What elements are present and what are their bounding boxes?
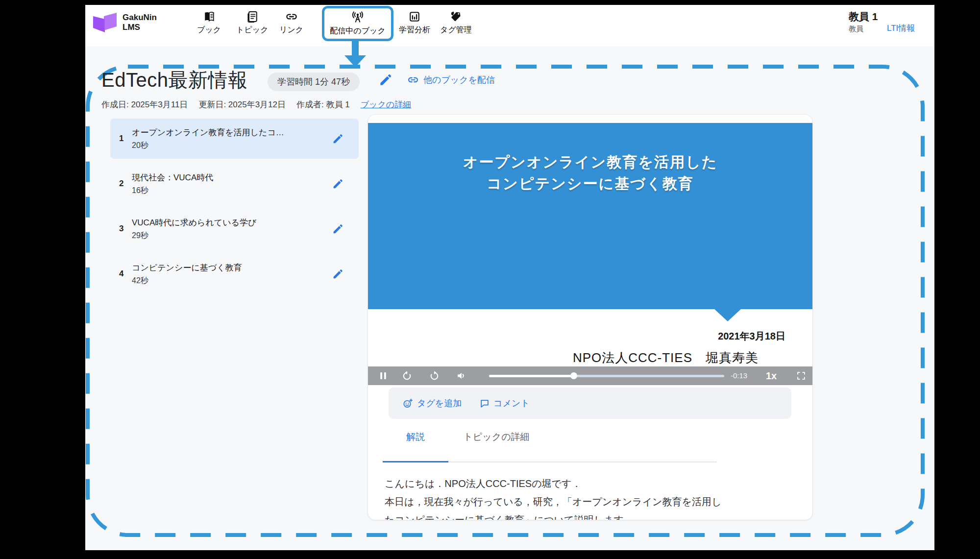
- progress-fill: [489, 375, 574, 377]
- topic-row-3[interactable]: 3 VUCA時代に求められている学び 29秒: [110, 209, 359, 249]
- pencil-icon: [378, 73, 393, 87]
- topic-number: 2: [119, 179, 132, 189]
- player-controls-bar: -0:13 1x: [368, 366, 812, 385]
- transcript-line: こんにちは．NPO法人CCC-TIESの堀です．: [385, 475, 731, 493]
- topic-title: VUCA時代に求められている学び: [132, 217, 256, 228]
- topic-row-4[interactable]: 4 コンピテンシーに基づく教育 42秒: [110, 254, 359, 294]
- rotate-right-icon: [429, 370, 440, 382]
- slide-credit: NPO法人CCC-TIES 堀真寿美: [573, 349, 759, 366]
- topic-row-1[interactable]: 1 オープンオンライン教育を活用したコ… 20秒: [110, 119, 359, 159]
- user-role: 教員: [849, 24, 878, 34]
- detail-tabs: 解説 トピックの詳細: [383, 428, 717, 462]
- nav-label: リンク: [279, 25, 303, 35]
- created-date: 作成日: 2025年3月11日: [101, 99, 188, 110]
- nav-item-analytics[interactable]: 学習分析: [399, 10, 430, 35]
- app-window: GakuNin LMS ブック トピック リンク 配信中のブック 学習分析 タグ…: [85, 5, 934, 550]
- user-name: 教員 1: [849, 10, 878, 24]
- nav-item-books[interactable]: ブック: [197, 10, 221, 35]
- progress-knob[interactable]: [570, 372, 577, 379]
- lti-info-link[interactable]: LTI情報: [887, 23, 915, 34]
- rewind-button[interactable]: [398, 366, 415, 385]
- updated-date: 更新日: 2025年3月12日: [198, 99, 286, 110]
- author: 作成者: 教員 1: [296, 99, 350, 110]
- topic-duration: 16秒: [132, 186, 213, 196]
- nav-item-tag-management[interactable]: タグ管理: [440, 10, 472, 35]
- tag-comment-bar: タグを追加 コメント: [389, 388, 791, 419]
- smiley-plus-icon: [402, 398, 414, 409]
- comment-button[interactable]: コメント: [479, 397, 530, 409]
- nav-label: タグ管理: [440, 25, 472, 35]
- fullscreen-button[interactable]: [792, 366, 810, 385]
- slide-notch: [714, 309, 741, 321]
- topic-number: 1: [119, 134, 132, 144]
- topic-number: 3: [119, 224, 132, 234]
- distribute-label: 他のブックを配信: [423, 74, 495, 86]
- topic-duration: 29秒: [132, 231, 256, 241]
- nav-label: トピック: [236, 25, 269, 35]
- pause-button[interactable]: [375, 366, 392, 385]
- speaker-icon: [456, 370, 467, 382]
- book-details-link[interactable]: ブックの詳細: [361, 99, 412, 110]
- nav-label: 学習分析: [399, 25, 430, 35]
- add-tag-button[interactable]: タグを追加: [402, 397, 462, 409]
- topic-title: 現代社会：VUCA時代: [132, 172, 213, 183]
- topic-number: 4: [119, 269, 132, 279]
- annotation-arrow-stem: [352, 40, 359, 56]
- progress-bar[interactable]: [489, 375, 724, 377]
- rotate-left-icon: [401, 370, 413, 382]
- topic-duration: 20秒: [132, 141, 284, 151]
- topic-title: コンピテンシーに基づく教育: [132, 262, 242, 273]
- book-icon: [202, 10, 216, 24]
- bar-chart-icon: [408, 10, 421, 24]
- tab-topic-details[interactable]: トピックの詳細: [448, 428, 544, 462]
- edit-topic-button[interactable]: [332, 178, 344, 190]
- link-icon: [407, 73, 419, 86]
- edit-topic-button[interactable]: [332, 223, 344, 235]
- add-tag-label: タグを追加: [417, 397, 462, 409]
- gakunin-lms-logo[interactable]: GakuNin LMS: [92, 12, 157, 33]
- nav-label: ブック: [197, 25, 221, 35]
- pause-icon: [377, 370, 389, 382]
- edit-title-button[interactable]: [378, 73, 393, 87]
- slide-date: 2021年3月18日: [718, 330, 785, 343]
- topic-duration: 42秒: [132, 276, 242, 286]
- topic-title: オープンオンライン教育を活用したコ…: [132, 127, 284, 138]
- forward-button[interactable]: [426, 366, 442, 385]
- link-icon: [285, 10, 298, 24]
- tag-icon: [449, 10, 463, 24]
- study-time-badge: 学習時間 1分 47秒: [268, 73, 360, 91]
- comment-bubble-icon: [479, 398, 490, 409]
- distribute-other-book-link[interactable]: 他のブックを配信: [407, 73, 495, 86]
- transcript-text: こんにちは．NPO法人CCC-TIESの堀です． 本日は，現在我々が行っている，…: [385, 475, 731, 520]
- edit-topic-button[interactable]: [332, 268, 344, 280]
- comment-label: コメント: [493, 397, 530, 409]
- volume-button[interactable]: [453, 366, 470, 385]
- logo-text: GakuNin LMS: [122, 13, 157, 32]
- topic-list: 1 オープンオンライン教育を活用したコ… 20秒 2 現代社会：VUCA時代 1…: [110, 119, 359, 299]
- broadcast-icon: [351, 11, 365, 24]
- video-player: オープンオンライン教育を活用した コンピテンシーに基づく教育 2021年3月18…: [368, 123, 812, 377]
- fullscreen-icon: [796, 370, 807, 381]
- book-meta: 作成日: 2025年3月11日 更新日: 2025年3月12日 作成者: 教員 …: [101, 99, 411, 110]
- topic-content-card: オープンオンライン教育を活用した コンピテンシーに基づく教育 2021年3月18…: [368, 114, 813, 520]
- logo-butterfly-icon: [92, 12, 118, 33]
- nav-label: 配信中のブック: [330, 26, 386, 36]
- nav-item-topics[interactable]: トピック: [236, 10, 269, 35]
- nav-item-links[interactable]: リンク: [279, 10, 303, 35]
- tab-divider: [544, 428, 717, 462]
- book-title: EdTech最新情報: [101, 67, 247, 94]
- playback-speed-button[interactable]: 1x: [766, 366, 777, 385]
- topic-icon: [245, 10, 259, 24]
- nav-item-live-books[interactable]: 配信中のブック: [322, 6, 393, 41]
- time-remaining: -0:13: [731, 366, 747, 385]
- topic-row-2[interactable]: 2 現代社会：VUCA時代 16秒: [110, 164, 359, 204]
- user-info: 教員 1 教員: [849, 10, 878, 34]
- tab-explanation[interactable]: 解説: [383, 428, 448, 462]
- transcript-line: 本日は，現在我々が行っている，研究，「オープンオンライン教育を活用したコンピテン…: [385, 493, 731, 520]
- edit-topic-button[interactable]: [332, 133, 344, 145]
- slide-background: オープンオンライン教育を活用した コンピテンシーに基づく教育: [368, 123, 812, 309]
- annotation-arrow-head: [344, 55, 366, 67]
- slide-title: オープンオンライン教育を活用した コンピテンシーに基づく教育: [368, 151, 812, 194]
